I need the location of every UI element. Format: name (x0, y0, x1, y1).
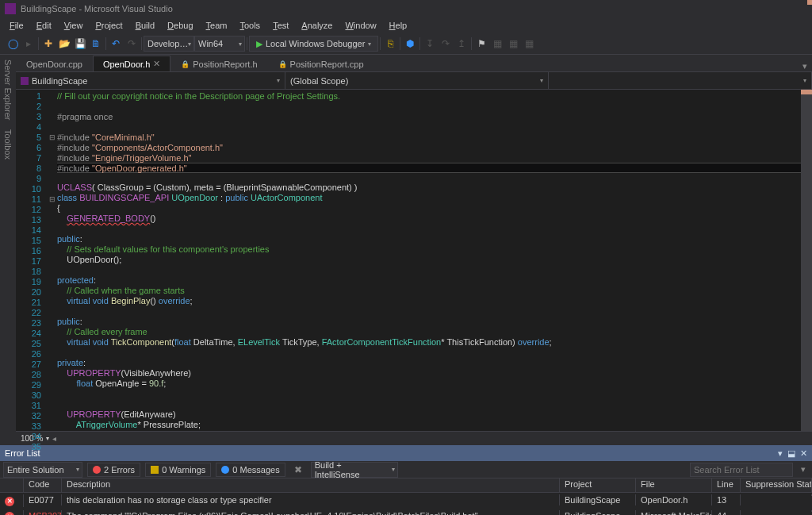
menu-help[interactable]: Help (383, 21, 414, 30)
menu-window[interactable]: Window (339, 21, 382, 30)
tab-positionreport-h[interactable]: 🔒PositionReport.h (170, 56, 267, 71)
window-dropdown-icon[interactable]: ▾ (778, 448, 783, 459)
warning-icon (151, 466, 159, 474)
tab-overflow-icon[interactable]: ▾ (798, 61, 812, 71)
toolbox-tab[interactable]: Toolbox (3, 125, 13, 164)
scroll-marker (801, 90, 812, 94)
warnings-pill[interactable]: 0 Warnings (145, 463, 211, 477)
platform-dropdown[interactable]: Win64 (194, 36, 245, 52)
start-debug-button[interactable]: ▶Local Windows Debugger▾ (249, 36, 378, 52)
tab-label: PositionReport.h (193, 60, 257, 69)
menu-edit[interactable]: Edit (30, 21, 58, 30)
menu-debug[interactable]: Debug (161, 21, 199, 30)
config-dropdown[interactable]: Develop… (144, 36, 194, 52)
tab-label: OpenDoor.cpp (26, 60, 82, 69)
fold-column[interactable]: ⊟⊟ (48, 90, 57, 431)
menu-build[interactable]: Build (129, 21, 161, 30)
i3-icon: ▦ (521, 36, 537, 52)
menu-team[interactable]: Team (200, 21, 234, 30)
zoom-bar: 100 %▾ ◂ (16, 431, 812, 445)
menu-file[interactable]: File (3, 21, 30, 30)
step-out-icon: ↥ (454, 36, 469, 52)
error-row[interactable]: ✕MSB3075The command ""C:\Program Files (… (0, 509, 812, 516)
errors-pill[interactable]: 2 Errors (87, 463, 140, 477)
menu-test[interactable]: Test (266, 21, 295, 30)
new-project-icon[interactable]: ✚ (40, 36, 56, 52)
search-dropdown-icon[interactable]: ▾ (798, 464, 809, 475)
server-explorer-tab[interactable]: Server Explorer (3, 55, 13, 125)
titlebar: BuildingScape - Microsoft Visual Studio (0, 0, 812, 17)
tab-positionreport-cpp[interactable]: 🔒PositionReport.cpp (268, 56, 374, 71)
step-over-icon: ↷ (438, 36, 454, 52)
tab-opendoor-cpp[interactable]: OpenDoor.cpp (16, 56, 93, 71)
play-icon: ▶ (256, 39, 262, 49)
error-icon: ✕ (5, 512, 14, 515)
error-icon (93, 466, 101, 474)
hex-icon[interactable]: ⬢ (402, 36, 418, 52)
vs-logo-icon (5, 3, 16, 14)
line-gutter: 1234567891011121314151617181920212223242… (16, 90, 48, 431)
tab-label: PositionReport.cpp (290, 60, 364, 69)
messages-pill[interactable]: 0 Messages (216, 463, 285, 477)
menu-tools[interactable]: Tools (233, 21, 266, 30)
menu-analyze[interactable]: Analyze (295, 21, 339, 30)
solution-filter-dropdown[interactable]: Entire Solution (3, 462, 82, 478)
namespace-scope-dropdown[interactable]: (Global Scope) (285, 72, 549, 89)
i1-icon: ▦ (489, 36, 505, 52)
i2-icon: ▦ (505, 36, 521, 52)
step-icon[interactable]: ⎘ (382, 36, 398, 52)
vertical-scrollbar[interactable] (801, 90, 812, 431)
side-rail: Server Explorer Toolbox (0, 55, 16, 436)
info-icon (221, 466, 229, 474)
save-icon[interactable]: 💾 (72, 36, 88, 52)
error-icon: ✕ (5, 497, 14, 506)
errorlist-toolbar: Entire Solution 2 Errors 0 Warnings 0 Me… (0, 461, 812, 478)
menu-view[interactable]: View (58, 21, 90, 30)
error-table: Code Description Project File Line Suppr… (0, 478, 812, 515)
tab-opendoor-h[interactable]: OpenDoor.h ✕ (93, 56, 170, 71)
tab-label: OpenDoor.h (103, 60, 150, 69)
errorlist-header[interactable]: Error List ▾ ⬓ ✕ (0, 445, 812, 461)
flag-icon[interactable]: ⚑ (473, 36, 489, 52)
code-area[interactable]: // Fill out your copyright notice in the… (57, 90, 801, 431)
code-editor[interactable]: 1234567891011121314151617181920212223242… (16, 90, 812, 431)
scope-bar: BuildingScape (Global Scope) (16, 72, 812, 90)
menubar: FileEditViewProjectBuildDebugTeamToolsTe… (0, 17, 812, 33)
document-tabs: OpenDoor.cppOpenDoor.h ✕🔒PositionReport.… (16, 55, 812, 72)
nav-back-icon[interactable]: ◯ (5, 36, 21, 52)
close-icon[interactable]: ✕ (800, 448, 807, 459)
ribbon-overflow-marker (807, 0, 812, 5)
member-scope-dropdown[interactable] (549, 72, 812, 89)
build-filter-dropdown[interactable]: Build + IntelliSense (311, 462, 398, 478)
lock-icon: 🔒 (181, 60, 190, 68)
step-into-icon: ↧ (422, 36, 438, 52)
tab-close-icon[interactable]: ✕ (153, 59, 160, 69)
search-errorlist-input[interactable] (690, 463, 793, 477)
open-file-icon[interactable]: 📂 (56, 36, 72, 52)
nav-fwd-icon: ▸ (21, 36, 36, 52)
clear-filter-icon[interactable]: ✖ (290, 462, 306, 478)
undo-icon[interactable]: ↶ (108, 36, 124, 52)
error-row[interactable]: ✕E0077this declaration has no storage cl… (0, 493, 812, 509)
project-icon (21, 77, 29, 85)
project-scope-dropdown[interactable]: BuildingScape (16, 72, 285, 89)
lock-icon: 🔒 (278, 60, 287, 68)
main-toolbar: ◯ ▸ ✚ 📂 💾 🗎 ↶ ↷ Develop… Win64 ▶Local Wi… (0, 33, 812, 55)
window-title: BuildingScape - Microsoft Visual Studio (21, 4, 173, 13)
redo-icon: ↷ (124, 36, 140, 52)
save-all-icon[interactable]: 🗎 (88, 36, 104, 52)
menu-project[interactable]: Project (89, 21, 128, 30)
error-table-header[interactable]: Code Description Project File Line Suppr… (0, 478, 812, 493)
pin-icon[interactable]: ⬓ (787, 448, 795, 459)
